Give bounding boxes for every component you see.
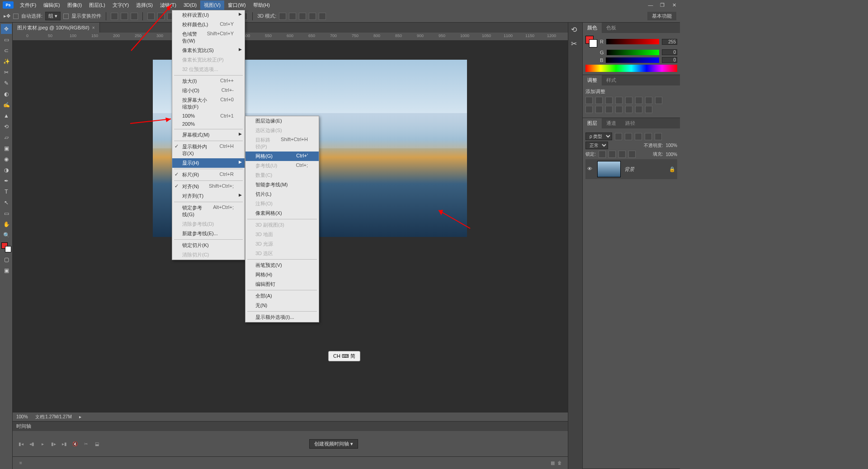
r-value[interactable]: 255 <box>662 39 677 45</box>
marquee-tool[interactable]: ▭ <box>1 35 12 45</box>
adjustments-panel-tab[interactable]: 调整 <box>583 75 602 85</box>
gradient-tool[interactable]: ▣ <box>1 143 12 153</box>
channels-panel-tab[interactable]: 通道 <box>602 118 621 128</box>
timeline-next-frame[interactable]: ▮▸ <box>50 440 57 447</box>
menu-3d[interactable]: 3D(D) <box>180 1 200 9</box>
menu-item[interactable]: 校样颜色(L)Ctrl+Y <box>172 20 245 29</box>
menu-filter[interactable]: 滤镜(T) <box>156 0 180 10</box>
menu-item[interactable]: 校样设置(U)▶ <box>172 10 245 20</box>
menu-select[interactable]: 选择(S) <box>132 0 156 10</box>
color-panel-tab[interactable]: 颜色 <box>583 23 602 33</box>
r-slider[interactable] <box>606 39 659 44</box>
adj-vibrance-icon[interactable] <box>625 97 632 104</box>
lock-pixels-icon[interactable] <box>609 151 616 158</box>
stamp-tool[interactable]: ▲ <box>1 111 12 121</box>
eyedropper-tool[interactable]: ✎ <box>1 78 12 88</box>
blur-tool[interactable]: ◉ <box>1 154 12 164</box>
adj-gradient-map-icon[interactable] <box>635 106 642 113</box>
workspace-selector[interactable]: 基本功能 <box>647 12 676 20</box>
menu-item[interactable]: 锁定切片(K) <box>172 241 245 250</box>
menu-item[interactable]: ✓显示额外内容(X)Ctrl+H <box>172 142 245 158</box>
swatches-panel-tab[interactable]: 色板 <box>602 23 621 33</box>
color-swatches[interactable] <box>1 242 11 252</box>
status-arrow-icon[interactable]: ▸ <box>79 414 81 419</box>
adj-hue-icon[interactable] <box>635 97 642 104</box>
filter-type-icon[interactable] <box>635 133 642 140</box>
auto-select-dropdown[interactable]: 组 ▾ <box>45 12 61 20</box>
menu-item[interactable]: 放大(I)Ctrl++ <box>172 76 245 86</box>
zoom-tool[interactable]: 🔍 <box>1 230 12 240</box>
close-tab-icon[interactable]: × <box>92 25 95 30</box>
b-value[interactable]: 0 <box>662 57 677 63</box>
menu-image[interactable]: 图像(I) <box>64 0 85 10</box>
filter-pixel-icon[interactable] <box>615 133 622 140</box>
menu-item[interactable]: 画笔预览(V) <box>245 261 319 270</box>
3d-icon-4[interactable] <box>309 13 316 20</box>
filter-smart-icon[interactable] <box>655 133 662 140</box>
timeline-convert-icon[interactable]: ▦ <box>549 460 556 467</box>
menu-help[interactable]: 帮助(H) <box>250 0 274 10</box>
adj-selective-color-icon[interactable] <box>645 106 652 113</box>
minimize-button[interactable]: — <box>645 0 656 9</box>
menu-item[interactable]: ✓标尺(R)Ctrl+R <box>172 170 245 180</box>
menu-item[interactable]: 切片(L) <box>245 189 319 199</box>
adj-threshold-icon[interactable] <box>625 106 632 113</box>
menu-item[interactable]: 智能参考线(M) <box>245 180 319 189</box>
menu-item[interactable]: 缩小(O)Ctrl+- <box>172 86 245 95</box>
timeline-first-frame[interactable]: ▮◂ <box>17 440 24 447</box>
hue-strip[interactable] <box>585 65 677 72</box>
layer-filter-dropdown[interactable]: ρ 类型 <box>585 133 612 140</box>
g-slider[interactable] <box>607 50 659 55</box>
paths-panel-tab[interactable]: 路径 <box>621 118 640 128</box>
menu-item[interactable]: 网格(G)Ctrl+' <box>245 152 319 161</box>
timeline-trash-icon[interactable]: 🗑 <box>556 460 563 467</box>
menu-item[interactable]: 色域警告(W)Shift+Ctrl+Y <box>172 29 245 46</box>
ime-indicator[interactable]: CH ⌨ 简 <box>328 351 360 361</box>
screen-mode-tool[interactable]: ▣ <box>1 265 12 275</box>
timeline-scissors-icon[interactable]: ✂ <box>82 440 90 447</box>
lock-transparency-icon[interactable] <box>599 151 606 158</box>
zoom-level[interactable]: 100% <box>16 414 28 419</box>
timeline-last-frame[interactable]: ▸▮ <box>61 440 68 447</box>
layer-visibility-icon[interactable]: 👁 <box>587 166 594 172</box>
magic-wand-tool[interactable]: ✨ <box>1 57 12 66</box>
styles-panel-tab[interactable]: 样式 <box>602 75 621 85</box>
history-icon[interactable]: ⟲ <box>568 23 582 37</box>
menu-window[interactable]: 窗口(W) <box>224 0 250 10</box>
maximize-button[interactable]: ❐ <box>656 0 668 9</box>
blend-mode-dropdown[interactable]: 正常 <box>585 142 608 149</box>
adj-channel-mixer-icon[interactable] <box>585 106 593 113</box>
menu-type[interactable]: 文字(Y) <box>109 0 133 10</box>
menu-item[interactable]: 编辑图钉 <box>245 280 319 289</box>
show-transform-checkbox[interactable] <box>63 14 69 19</box>
opacity-value[interactable]: 100% <box>665 143 677 148</box>
shape-tool[interactable]: ▭ <box>1 208 12 218</box>
lock-all-icon[interactable] <box>628 151 636 158</box>
adj-exposure-icon[interactable] <box>615 97 623 104</box>
b-slider[interactable] <box>606 57 659 63</box>
properties-icon[interactable]: ✂ <box>568 37 582 51</box>
hand-tool[interactable]: ✋ <box>1 219 12 229</box>
align-icon-2[interactable] <box>121 13 128 20</box>
3d-icon-1[interactable] <box>279 13 286 20</box>
menu-item[interactable]: 像素网格(X) <box>245 208 319 218</box>
adj-levels-icon[interactable] <box>595 97 603 104</box>
quick-mask-tool[interactable]: ▢ <box>1 255 12 265</box>
menu-item[interactable]: 网格(H) <box>245 270 319 280</box>
path-tool[interactable]: ↖ <box>1 198 12 208</box>
menu-item[interactable]: 新建参考线(E)... <box>172 229 245 238</box>
timeline-prev-frame[interactable]: ◂▮ <box>28 440 35 447</box>
timeline-transition-icon[interactable]: ⬓ <box>93 440 100 447</box>
timeline-audio[interactable]: 🔇 <box>71 440 79 447</box>
menu-item[interactable]: 100%Ctrl+1 <box>172 112 245 120</box>
menu-edit[interactable]: 编辑(E) <box>40 0 64 10</box>
menu-layer[interactable]: 图层(L) <box>85 0 108 10</box>
adj-curves-icon[interactable] <box>605 97 613 104</box>
brush-tool[interactable]: ✍ <box>1 100 12 110</box>
menu-item[interactable]: 全部(A) <box>245 291 319 301</box>
fill-value[interactable]: 100% <box>665 152 677 157</box>
eraser-tool[interactable]: ▱ <box>1 133 12 142</box>
document-tab[interactable]: 图片素材.jpeg @ 100%(RGB/8#) × <box>13 23 100 33</box>
filter-shape-icon[interactable] <box>645 133 652 140</box>
auto-select-checkbox[interactable] <box>13 14 19 19</box>
